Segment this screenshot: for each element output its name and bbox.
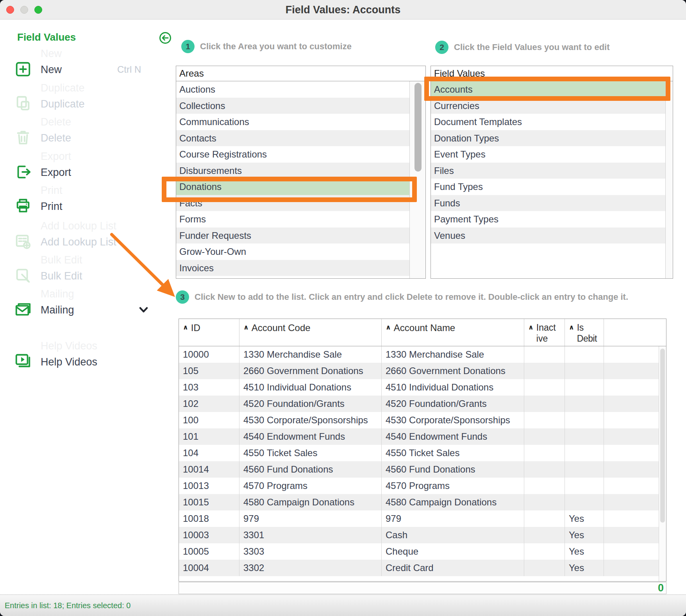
sidebar-item-print[interactable]: PrintPrint xyxy=(14,195,155,218)
table-cell-account-code: 4520 Foundation/Grants xyxy=(239,396,382,412)
table-cell-id: 10018 xyxy=(179,510,239,527)
table-cell-id: 100 xyxy=(179,412,239,428)
table-row[interactable]: 1034510 Individual Donations4510 Individ… xyxy=(179,379,659,396)
table-cell-is-debit-a xyxy=(565,478,604,494)
area-row-collections[interactable]: Collections xyxy=(176,98,409,114)
duplicate-icon xyxy=(14,95,32,113)
field-values-row-document-templates[interactable]: Document Templates xyxy=(431,114,665,130)
table-cell-id: 102 xyxy=(179,396,239,412)
column-header-filler xyxy=(604,319,666,346)
area-row-disbursements[interactable]: Disbursements xyxy=(176,163,409,179)
highlight-box-accounts xyxy=(424,77,670,101)
entries-table: ∧ID∧Account Code∧Account Name∧Inactive∧I… xyxy=(179,319,666,582)
title-bar: Field Values: Accounts xyxy=(0,0,686,20)
table-row[interactable]: 100043302Credit CardYes xyxy=(179,560,659,576)
area-row-auctions[interactable]: Auctions xyxy=(176,81,409,98)
table-cell-is-debit-a xyxy=(565,494,604,510)
area-row-contacts[interactable]: Contacts xyxy=(176,130,409,147)
sidebar-item-duplicate: DuplicateDuplicate xyxy=(14,93,155,115)
field-values-row-payment-types[interactable]: Payment Types xyxy=(431,211,665,227)
chevron-down-icon[interactable] xyxy=(138,305,149,316)
areas-list: Areas AuctionsCollectionsCommunicationsC… xyxy=(176,66,426,279)
table-row[interactable]: 100154580 Campaign Donations4580 Campaig… xyxy=(179,494,659,510)
table-cell-account-name: 4560 Fund Donations xyxy=(382,461,524,478)
table-cell-filler xyxy=(604,445,659,461)
column-header-account-code[interactable]: ∧Account Code xyxy=(239,319,382,346)
column-header-inactive[interactable]: ∧Inactive xyxy=(524,319,565,346)
table-cell-account-name: Cash xyxy=(382,527,524,543)
table-hscroll-strip: 0 xyxy=(179,582,666,594)
table-cell-account-name: 4540 Endowment Funds xyxy=(382,428,524,445)
back-arrow-icon[interactable] xyxy=(159,31,172,45)
table-row[interactable]: 100144560 Fund Donations4560 Fund Donati… xyxy=(179,461,659,478)
sort-asc-icon: ∧ xyxy=(569,323,574,331)
area-row-course-registrations[interactable]: Course Registrations xyxy=(176,146,409,163)
help-videos-icon xyxy=(14,353,32,371)
close-button[interactable] xyxy=(6,6,14,14)
shortcut-label: Ctrl N xyxy=(117,58,141,81)
table-row[interactable]: 1004530 Corporate/Sponsorships4530 Corpo… xyxy=(179,412,659,428)
zoom-button[interactable] xyxy=(34,6,42,14)
area-row-communications[interactable]: Communications xyxy=(176,114,409,130)
table-cell-filler xyxy=(604,527,659,543)
column-header-id[interactable]: ∧ID xyxy=(179,319,239,346)
bulk-edit-icon xyxy=(14,267,32,285)
field-values-row-donation-types[interactable]: Donation Types xyxy=(431,130,665,147)
area-row-grow-your-own[interactable]: Grow-Your-Own xyxy=(176,244,409,260)
table-cell-account-name: 979 xyxy=(382,510,524,527)
sidebar-item-help-videos[interactable]: Help VideosHelp Videos xyxy=(14,351,155,373)
table-cell-inactive xyxy=(524,494,565,510)
areas-list-header: Areas xyxy=(176,66,425,81)
sidebar-item-export[interactable]: ExportExport xyxy=(14,161,155,184)
table-row[interactable]: 100134570 Programs4570 Programs xyxy=(179,478,659,494)
sidebar-item-label: Delete xyxy=(41,127,71,149)
table-scrollbar-thumb[interactable] xyxy=(660,349,665,523)
table-cell-inactive xyxy=(524,396,565,412)
status-text: Entries in list: 18; Entries selected: 0 xyxy=(5,595,130,616)
table-cell-inactive xyxy=(524,445,565,461)
table-cell-is-debit-a xyxy=(565,428,604,445)
table-body: 100001330 Merchandise Sale1330 Merchandi… xyxy=(179,346,659,581)
sidebar-item-new[interactable]: NewNewCtrl N xyxy=(14,58,155,81)
table-cell-inactive xyxy=(524,363,565,379)
step-2-text: Click the Field Values you want to edit xyxy=(454,42,610,52)
field-values-row-event-types[interactable]: Event Types xyxy=(431,146,665,163)
area-row-funder-requests[interactable]: Funder Requests xyxy=(176,227,409,244)
table-cell-account-code: 3302 xyxy=(239,560,382,576)
table-cell-is-debit-a: Yes xyxy=(565,543,604,560)
areas-scrollbar-thumb[interactable] xyxy=(414,83,422,172)
field-values-row-venues[interactable]: Venues xyxy=(431,227,665,244)
area-row-forms[interactable]: Forms xyxy=(176,211,409,227)
table-cell-account-name: 4550 Ticket Sales xyxy=(382,445,524,461)
delete-icon xyxy=(14,129,32,147)
table-row[interactable]: 1014540 Endowment Funds4540 Endowment Fu… xyxy=(179,428,659,445)
table-header-row: ∧ID∧Account Code∧Account Name∧Inactive∧I… xyxy=(179,319,666,346)
sidebar-item-label: Help Videos xyxy=(41,351,97,373)
table-cell-account-code: 3303 xyxy=(239,543,382,560)
field-values-row-files[interactable]: Files xyxy=(431,163,665,179)
sidebar-item-label: Export xyxy=(41,161,71,184)
table-row[interactable]: 100001330 Merchandise Sale1330 Merchandi… xyxy=(179,346,659,363)
step-1-text: Click the Area you want to customize xyxy=(200,41,352,52)
table-row[interactable]: 100053303ChequeYes xyxy=(179,543,659,560)
table-row[interactable]: 10018979979Yes xyxy=(179,510,659,527)
table-cell-account-code: 4560 Fund Donations xyxy=(239,461,382,478)
table-row[interactable]: 1052660 Government Donations2660 Governm… xyxy=(179,363,659,379)
column-header-is-debit-a[interactable]: ∧Is Debit A... xyxy=(565,319,604,346)
step-3: 3 Click New to add to the list. Click an… xyxy=(176,290,628,304)
table-cell-account-code: 1330 Merchandise Sale xyxy=(239,346,382,363)
field-values-row-fund-types[interactable]: Fund Types xyxy=(431,179,665,195)
table-cell-is-debit-a xyxy=(565,396,604,412)
table-row[interactable]: 1024520 Foundation/Grants4520 Foundation… xyxy=(179,396,659,412)
field-values-row-funds[interactable]: Funds xyxy=(431,195,665,211)
table-row[interactable]: 1044550 Ticket Sales4550 Ticket Sales xyxy=(179,445,659,461)
table-cell-account-name: 4530 Corporate/Sponsorships xyxy=(382,412,524,428)
column-header-account-name[interactable]: ∧Account Name xyxy=(382,319,524,346)
step-1: 1 Click the Area you want to customize xyxy=(181,40,352,53)
table-cell-id: 10013 xyxy=(179,478,239,494)
minimize-button[interactable] xyxy=(20,6,28,14)
area-row-invoices[interactable]: Invoices xyxy=(176,260,409,276)
table-row[interactable]: 100033301CashYes xyxy=(179,527,659,543)
sort-asc-icon: ∧ xyxy=(386,323,391,331)
table-cell-id: 10015 xyxy=(179,494,239,510)
